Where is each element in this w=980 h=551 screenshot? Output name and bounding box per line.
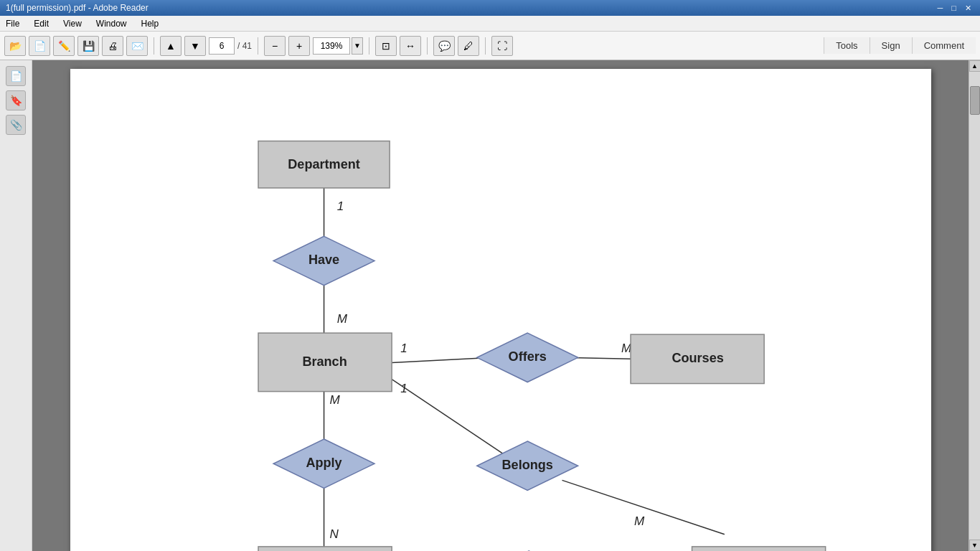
comment-panel-button[interactable]: Comment [912,37,976,54]
card-branch-apply: M [329,393,340,407]
separator-3 [369,37,369,55]
sign-button[interactable]: Sign [870,37,912,54]
relation-apply-label: Apply [306,456,341,470]
minimize-button[interactable]: ─ [935,4,946,13]
main-layout: 📄 🔖 📎 [0,60,980,551]
scroll-bar-right[interactable]: ▲ ▼ [969,60,980,551]
fit-width-button[interactable]: ↔ [400,36,421,56]
scroll-down-button[interactable]: ▼ [969,540,981,551]
menu-file[interactable]: File [3,17,22,30]
card-belongs-student: M [634,514,645,528]
separator-4 [427,37,428,55]
email-button[interactable]: ✉️ [126,36,148,56]
er-diagram: 1 M 1 M M 1 N M 1 1 Department Have Bran… [70,69,931,551]
pdf-content-area: 1 M 1 M M 1 N M 1 1 Department Have Bran… [32,60,969,551]
zoom-in-button[interactable]: + [288,36,310,56]
zoom-control[interactable]: 139% ▼ [313,37,363,55]
zoom-dropdown-button[interactable]: ▼ [352,37,363,55]
scroll-up-button[interactable]: ▲ [969,60,981,72]
card-branch-offers: 1 [400,342,407,355]
line-branch-belongs [392,380,519,465]
zoom-input[interactable]: 139% [313,37,350,55]
page-number-input[interactable]: 6 [209,37,235,55]
page-total: / 41 [237,41,252,51]
card-dept-have: 1 [336,199,344,213]
fit-page-button[interactable]: ⊡ [375,36,397,56]
attachment-panel-icon[interactable]: 📎 [6,115,26,135]
zoom-out-button[interactable]: − [264,36,286,56]
bookmark-panel-icon[interactable]: 🔖 [6,90,26,110]
toolbar-right-buttons: Tools Sign Comment [824,37,976,54]
open-file-button[interactable]: 📄 [29,36,50,56]
separator-2 [258,37,258,55]
prev-page-button[interactable]: ▲ [160,36,182,56]
highlight-button[interactable]: 🖊 [458,36,479,56]
card-apply-applicant: N [329,527,339,541]
window-title: 1(full permission).pdf - Adobe Reader [6,3,149,13]
tools-button[interactable]: Tools [824,37,869,54]
separator-1 [154,37,154,55]
save-button[interactable]: 💾 [77,36,99,56]
scroll-track [969,72,980,540]
next-page-button[interactable]: ▼ [184,36,206,56]
title-bar: 1(full permission).pdf - Adobe Reader ─ … [0,0,980,16]
open-button[interactable]: 📂 [4,36,26,56]
entity-applicant [258,547,392,551]
restore-button[interactable]: □ [948,4,959,13]
page-panel-icon[interactable]: 📄 [6,66,26,86]
entity-branch-label: Branch [302,354,347,369]
close-button[interactable]: ✕ [962,4,974,13]
entity-student [692,547,825,551]
left-sidebar: 📄 🔖 📎 [0,60,32,551]
relation-belongs-label: Belongs [501,458,552,472]
comment-button[interactable]: 💬 [433,36,455,56]
entity-courses-label: Courses [672,351,723,365]
fullscreen-button[interactable]: ⛶ [491,36,513,56]
menu-window[interactable]: Window [93,17,130,30]
toolbar: 📂 📄 ✏️ 💾 🖨 ✉️ ▲ ▼ 6 / 41 − + 139% ▼ ⊡ ↔ … [0,32,980,60]
window-controls[interactable]: ─ □ ✕ [935,4,974,13]
scroll-thumb[interactable] [970,86,980,115]
relation-have-label: Have [308,253,339,267]
separator-5 [485,37,486,55]
fill-sign-button[interactable]: ✏️ [53,36,75,56]
menu-edit[interactable]: Edit [31,17,52,30]
menu-view[interactable]: View [60,17,85,30]
pdf-page: 1 M 1 M M 1 N M 1 1 Department Have Bran… [70,69,931,551]
relation-offers-label: Offers [508,349,546,364]
card-branch-belongs: 1 [400,382,407,395]
entity-department-label: Department [288,157,360,171]
menu-bar: File Edit View Window Help [0,16,980,32]
card-have-branch: M [336,312,347,326]
print-button[interactable]: 🖨 [102,36,123,56]
menu-help[interactable]: Help [138,17,162,30]
